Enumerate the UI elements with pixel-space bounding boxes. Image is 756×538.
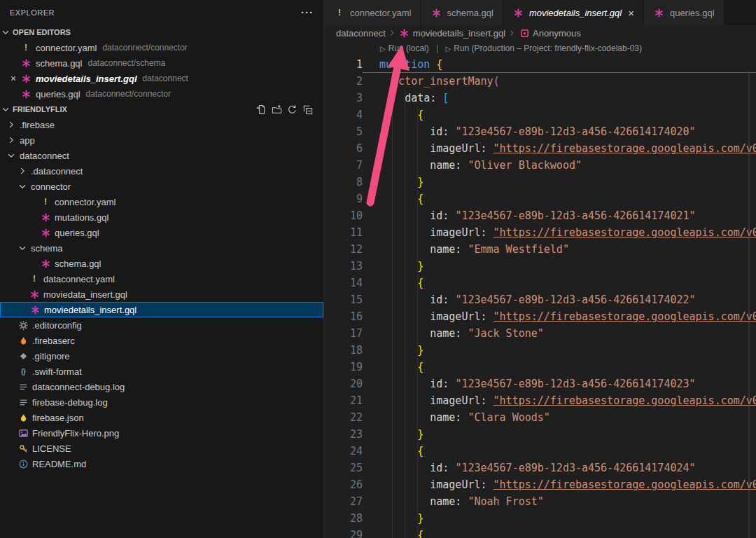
more-actions-icon[interactable]: ··· [301, 9, 314, 16]
refresh-icon[interactable] [284, 102, 300, 116]
tab-schema-gql[interactable]: schema.gql [421, 0, 503, 25]
open-editor-moviedetails-insert-gql[interactable]: ×moviedetails_insert.gqldataconnect [0, 71, 323, 86]
code-line[interactable]: 25 id: "123e4567-e89b-12d3-a456-42661417… [324, 460, 756, 476]
tree-item-label: app [20, 135, 35, 146]
collapse-all-icon[interactable] [300, 102, 315, 116]
open-editor-queries-gql[interactable]: queries.gqldataconnect/connector [0, 86, 323, 102]
project-section-header[interactable]: FRIENDLYFLIX [0, 102, 323, 117]
code-line[interactable]: 16 imageUrl: "https://firebasestorage.go… [324, 308, 756, 325]
code-line[interactable]: 27 name: "Noah Frost" [324, 493, 756, 510]
tab-moviedetails-insert-gql[interactable]: moviedetails_insert.gql× [503, 0, 644, 25]
tree-item-moviedata-insert-gql[interactable]: moviedata_insert.gql [0, 287, 323, 302]
open-editor-connector-yaml[interactable]: !connector.yamldataconnect/connector [0, 40, 323, 55]
line-number: 2 [324, 73, 363, 90]
code-content: { [363, 191, 756, 207]
code-line[interactable]: 5 id: "123e4567-e89b-12d3-a456-426614174… [324, 123, 756, 140]
code-token: "https://firebasestorage.googleapis.com/… [493, 394, 756, 407]
line-number: 27 [324, 493, 363, 510]
tab-connector-yaml[interactable]: !connector.yaml [324, 0, 421, 25]
code-line[interactable]: 8 } [324, 174, 756, 191]
code-line[interactable]: 14 { [324, 275, 756, 291]
tree-item-firebase-json[interactable]: firebase.json [0, 410, 323, 425]
run-local-link[interactable]: ▷Run (local) [380, 43, 429, 53]
tree-item-firebaserc[interactable]: .firebaserc [0, 333, 323, 348]
tab-queries-gql[interactable]: queries.gql [644, 0, 724, 25]
tree-item-firebase[interactable]: .firebase [0, 117, 323, 132]
tree-item-schema[interactable]: schema [0, 240, 323, 256]
new-file-icon[interactable] [253, 102, 269, 116]
code-line[interactable]: 15 id: "123e4567-e89b-12d3-a456-42661417… [324, 291, 756, 308]
code-line[interactable]: 23 } [324, 426, 756, 443]
breadcrumb-label: moviedetails_insert.gql [413, 28, 505, 39]
new-folder-icon[interactable] [269, 102, 284, 116]
tree-item-friendlyflix-hero-png[interactable]: FriendlyFlix-Hero.png [0, 425, 323, 441]
code-line[interactable]: 28 } [324, 510, 756, 527]
open-editors-header[interactable]: OPEN EDITORS [0, 25, 323, 40]
code-line[interactable]: 10 id: "123e4567-e89b-12d3-a456-42661417… [324, 207, 756, 224]
tree-item-connector[interactable]: connector [0, 179, 323, 194]
tree-item-readme-md[interactable]: README.md [0, 456, 323, 471]
tree-item-gitignore[interactable]: .gitignore [0, 348, 323, 364]
tree-item-queries-gql[interactable]: queries.gql [0, 225, 323, 240]
code-line[interactable]: 18 } [324, 342, 756, 359]
code-line[interactable]: 21 imageUrl: "https://firebasestorage.go… [324, 392, 756, 409]
tree-item-label: firebase-debug.log [32, 397, 108, 408]
code-line[interactable]: 3 data: [ [324, 90, 756, 106]
run-production-link[interactable]: ▷Run (Production – Project: friendly-fli… [446, 43, 643, 53]
code-line[interactable]: 17 name: "Jack Stone" [324, 325, 756, 342]
close-icon[interactable]: × [7, 73, 20, 84]
tree-item-dataconnect-yaml[interactable]: !dataconnect.yaml [0, 271, 323, 287]
tree-item-firebase-debug-log[interactable]: firebase-debug.log [0, 394, 323, 410]
code-line[interactable]: 20 id: "123e4567-e89b-12d3-a456-42661417… [324, 375, 756, 392]
code-content: { [363, 527, 756, 538]
code-line[interactable]: 26 imageUrl: "https://firebasestorage.go… [324, 476, 756, 493]
tree-item-dataconnect[interactable]: .dataconnect [0, 163, 323, 179]
code-line[interactable]: 4 { [324, 106, 756, 123]
code-token: { [417, 277, 424, 289]
tree-item-mutations-gql[interactable]: mutations.gql [0, 209, 323, 225]
tree-item-label: moviedetails_insert.gql [44, 305, 136, 315]
tree-item-connector-yaml[interactable]: !connector.yaml [0, 194, 323, 209]
code-line[interactable]: 6 imageUrl: "https://firebasestorage.goo… [324, 140, 756, 157]
twisty-slot [6, 350, 17, 361]
code-token: imageUrl: [430, 226, 486, 239]
line-number: 24 [324, 443, 363, 460]
code-line[interactable]: 2 actor_insertMany( [324, 73, 756, 90]
tree-item-dataconnect-debug-log[interactable]: dataconnect-debug.log [0, 379, 323, 394]
info-icon [17, 458, 29, 469]
tree-item-app[interactable]: app [0, 132, 323, 148]
code-line[interactable]: 1mutation { [324, 56, 756, 73]
tree-item-editorconfig[interactable]: .editorconfig [0, 317, 323, 333]
tree-item-moviedetails-insert-gql[interactable]: moviedetails_insert.gql [0, 302, 323, 317]
code-token: id: [430, 125, 449, 138]
tree-item-schema-gql[interactable]: schema.gql [0, 256, 323, 271]
code-line[interactable]: 7 name: "Oliver Blackwood" [324, 157, 756, 174]
code-token: } [417, 344, 424, 357]
braces-icon: {} [17, 366, 29, 377]
breadcrumb-item-moviedetails-insert-gql[interactable]: moviedetails_insert.gql [398, 27, 505, 39]
code-line[interactable]: 24 { [324, 443, 756, 460]
tree-item-license[interactable]: LICENSE [0, 441, 323, 456]
code-line[interactable]: 29 { [324, 527, 756, 538]
open-editor-path: dataconnect/schema [88, 58, 165, 68]
project-title: FRIENDLYFLIX [13, 105, 67, 113]
tree-item-swift-format[interactable]: {}.swift-format [0, 364, 323, 379]
line-number: 29 [324, 527, 363, 538]
code-line[interactable]: 9 { [324, 191, 756, 207]
flame-orange-icon [17, 335, 29, 346]
code-line[interactable]: 11 imageUrl: "https://firebasestorage.go… [324, 224, 756, 241]
breadcrumb-item-anonymous[interactable]: Anonymous [518, 27, 581, 39]
code-line[interactable]: 12 name: "Emma Westfield" [324, 241, 756, 258]
open-editor-name: connector.yaml [36, 43, 97, 53]
breadcrumb-item-dataconnect[interactable]: dataconnect [336, 28, 386, 39]
close-icon[interactable]: × [628, 7, 634, 19]
gql-icon [430, 7, 442, 18]
code-line[interactable]: 22 name: "Clara Woods" [324, 409, 756, 426]
scrollbar[interactable] [748, 71, 750, 538]
tree-item-dataconnect[interactable]: dataconnect [0, 148, 323, 163]
code-line[interactable]: 13 } [324, 258, 756, 275]
open-editor-name: queries.gql [36, 89, 80, 99]
code-line[interactable]: 19 { [324, 359, 756, 375]
open-editor-schema-gql[interactable]: schema.gqldataconnect/schema [0, 55, 323, 71]
code-token [487, 142, 493, 155]
